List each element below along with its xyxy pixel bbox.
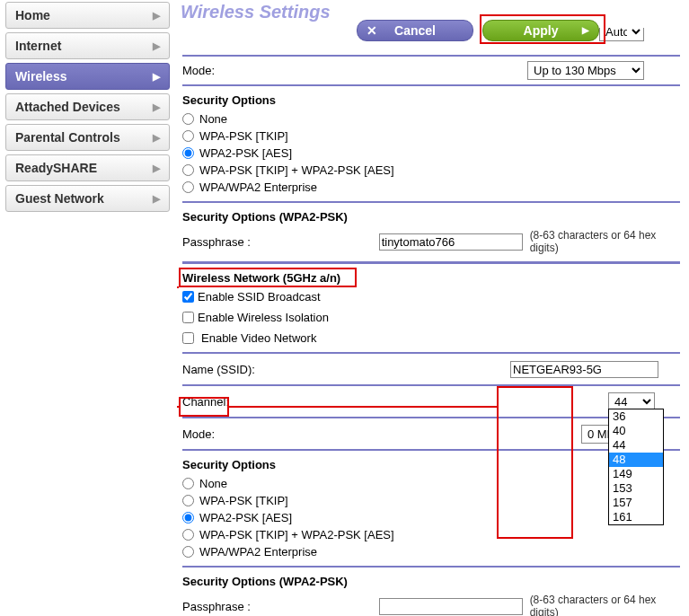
sidebar: Home▶ Internet▶ Wireless▶ Attached Devic…: [0, 0, 177, 616]
divider: [182, 449, 680, 451]
band-5ghz-section: Wireless Network (5GHz a/n) Enable SSID …: [182, 271, 680, 616]
wpa2psk-24-title: Security Options (WPA2-PSK): [182, 210, 680, 224]
channel-opt-149[interactable]: 149: [609, 467, 663, 481]
x-icon: ✕: [367, 23, 377, 38]
chevron-right-icon: ▶: [153, 71, 160, 83]
divider: [182, 201, 680, 203]
enable-isolation-label: Enable Wireless Isolation: [198, 311, 329, 324]
divider: [182, 261, 680, 264]
apply-button[interactable]: Apply ▶: [482, 20, 599, 41]
nav-parental-controls[interactable]: Parental Controls▶: [5, 124, 170, 151]
sec5-wpa-tkip-radio[interactable]: [182, 495, 194, 506]
chevron-right-icon: ▶: [153, 101, 160, 113]
channel-opt-153[interactable]: 153: [609, 481, 663, 496]
channel-opt-157[interactable]: 157: [609, 496, 663, 510]
sec24-wpa-tkip-label: WPA-PSK [TKIP]: [199, 129, 288, 143]
nav-attached-devices[interactable]: Attached Devices▶: [5, 93, 170, 120]
nav-label: Home: [15, 8, 50, 22]
channel-opt-48[interactable]: 48: [609, 453, 663, 467]
sec5-mixed-label: WPA-PSK [TKIP] + WPA2-PSK [AES]: [199, 528, 394, 541]
sec24-mixed-radio[interactable]: [182, 164, 194, 176]
passphrase-5-input[interactable]: [379, 598, 523, 615]
chevron-right-icon: ▶: [153, 193, 160, 205]
band5-title: Wireless Network (5GHz a/n): [182, 271, 680, 285]
channel-5-dropdown[interactable]: 36 40 44 48 149 153 157 161: [608, 409, 664, 525]
enable-ssid-checkbox[interactable]: [182, 291, 194, 303]
nav-label: Wireless: [15, 69, 66, 84]
sec24-none-label: None: [199, 112, 227, 126]
channel-opt-40[interactable]: 40: [609, 424, 663, 438]
sec24-none-radio[interactable]: [182, 113, 194, 125]
nav-home[interactable]: Home▶: [5, 2, 170, 29]
sec5-wpa2-aes-radio[interactable]: [182, 512, 194, 524]
nav-guest-network[interactable]: Guest Network▶: [5, 185, 170, 212]
chevron-right-icon: ▶: [153, 40, 160, 52]
sec24-wpa2-aes-radio[interactable]: [182, 147, 194, 159]
sec5-wpa-tkip-label: WPA-PSK [TKIP]: [199, 494, 288, 507]
chevron-right-icon: ▶: [153, 163, 160, 174]
divider: [182, 84, 680, 86]
apply-label: Apply: [524, 23, 559, 38]
highlight-connector-v: [177, 286, 179, 408]
divider: [182, 352, 680, 354]
sec24-wpa-tkip-radio[interactable]: [182, 130, 194, 142]
divider: [182, 384, 680, 386]
mode-24-select[interactable]: Up to 130 Mbps: [527, 61, 644, 80]
nav-label: Attached Devices: [15, 100, 120, 114]
divider: [182, 566, 680, 568]
nav-label: ReadySHARE: [15, 161, 97, 175]
cancel-label: Cancel: [394, 23, 436, 38]
ssid-5-input[interactable]: [510, 361, 658, 378]
wpa2psk-5-title: Security Options (WPA2-PSK): [182, 575, 680, 588]
enable-video-label: Enable Video Network: [201, 331, 316, 345]
chevron-right-icon: ▶: [153, 132, 160, 144]
chevron-right-icon: ▶: [153, 10, 160, 22]
sec5-enterprise-radio[interactable]: [182, 546, 194, 558]
passphrase-5-label: Passphrase :: [182, 600, 379, 613]
enable-isolation-checkbox[interactable]: [182, 312, 194, 323]
mode-5-label: Mode:: [182, 427, 389, 441]
sec24-mixed-label: WPA-PSK [TKIP] + WPA2-PSK [AES]: [199, 163, 394, 177]
nav-readyshare[interactable]: ReadySHARE▶: [5, 154, 170, 181]
sec5-wpa2-aes-label: WPA2-PSK [AES]: [199, 511, 292, 524]
divider: [182, 417, 680, 418]
passphrase-24-label: Passphrase :: [182, 235, 379, 249]
nav-label: Guest Network: [15, 191, 104, 206]
sec24-enterprise-label: WPA/WPA2 Enterprise: [199, 180, 317, 194]
divider: [182, 55, 680, 57]
mode-24-label: Mode:: [182, 64, 389, 77]
nav-wireless[interactable]: Wireless▶: [5, 63, 170, 90]
sec5-none-radio[interactable]: [182, 478, 194, 489]
nav-label: Parental Controls: [15, 130, 120, 145]
security-options-5-title: Security Options: [182, 458, 680, 471]
enable-video-checkbox[interactable]: [182, 332, 194, 344]
nav-label: Internet: [15, 39, 61, 53]
channel-opt-161[interactable]: 161: [609, 510, 663, 524]
passphrase-5-hint: (8-63 characters or 64 hex digits): [530, 594, 680, 616]
nav-internet[interactable]: Internet▶: [5, 32, 170, 59]
main-content: Wireless Settings ✕ Cancel Apply ▶ Auto …: [177, 0, 689, 616]
sec5-mixed-radio[interactable]: [182, 529, 194, 541]
passphrase-24-hint: (8-63 characters or 64 hex digits): [530, 229, 680, 254]
sec5-enterprise-label: WPA/WPA2 Enterprise: [199, 545, 317, 559]
ssid-5-label: Name (SSID):: [182, 363, 389, 376]
channel-24-select[interactable]: Auto: [599, 28, 644, 41]
channel-opt-36[interactable]: 36: [609, 409, 663, 424]
arrow-right-icon: ▶: [582, 25, 589, 35]
sec24-enterprise-radio[interactable]: [182, 181, 194, 193]
channel-opt-44[interactable]: 44: [609, 438, 663, 453]
sec5-none-label: None: [199, 477, 227, 490]
sec24-wpa2-aes-label: WPA2-PSK [AES]: [199, 146, 292, 160]
cancel-button[interactable]: ✕ Cancel: [357, 20, 473, 41]
security-options-24-title: Security Options: [182, 93, 680, 107]
channel-5-label: Channel:: [182, 395, 389, 409]
passphrase-24-input[interactable]: [379, 233, 523, 251]
enable-ssid-label: Enable SSID Broadcast: [198, 290, 321, 304]
